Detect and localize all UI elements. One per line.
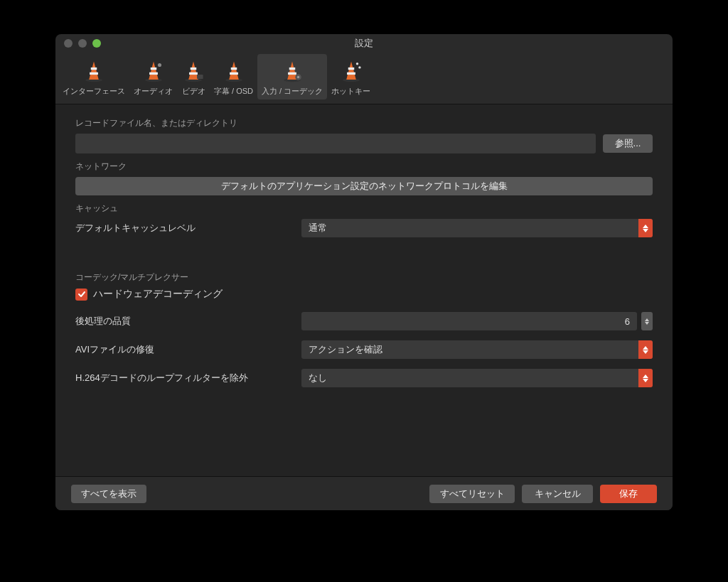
svg-rect-16	[288, 72, 296, 75]
select-arrows-icon	[638, 219, 653, 237]
footer: すべてを表示 すべてリセット キャンセル 保存	[55, 476, 673, 510]
tab-label: 字幕 / OSD	[214, 86, 253, 97]
select-value: アクションを確認	[309, 343, 382, 356]
tab-interface[interactable]: インターフェース	[58, 54, 129, 99]
section-network: ネットワーク	[75, 161, 653, 173]
show-all-button[interactable]: すべてを表示	[71, 485, 146, 503]
cone-icon	[339, 59, 363, 83]
select-value: なし	[309, 372, 327, 384]
select-value: 通常	[309, 222, 327, 235]
postproc-label: 後処理の品質	[75, 315, 301, 328]
svg-rect-10	[197, 75, 203, 79]
avi-repair-label: AVIファイルの修復	[75, 343, 301, 356]
tab-label: ビデオ	[182, 86, 205, 97]
svg-point-22	[355, 63, 358, 65]
svg-point-18	[297, 76, 299, 78]
preferences-toolbar: インターフェース オーディオ ビデオ 字幕 / OSD 入力 / コーデック ホ…	[55, 53, 673, 104]
svg-point-6	[157, 63, 161, 67]
tab-input-codecs[interactable]: 入力 / コーデック	[257, 54, 327, 99]
svg-rect-13	[230, 72, 238, 75]
browse-button[interactable]: 参照...	[603, 134, 653, 153]
cone-icon	[280, 59, 304, 83]
titlebar: 設定	[55, 34, 673, 53]
cone-icon	[222, 59, 246, 83]
svg-rect-5	[149, 72, 158, 75]
cone-icon	[181, 59, 205, 83]
svg-rect-20	[348, 68, 354, 70]
select-arrows-icon	[638, 369, 653, 387]
preferences-window: 設定 インターフェース オーディオ ビデオ 字幕 / OSD 入力 / コーデッ…	[55, 34, 673, 510]
svg-rect-8	[191, 68, 197, 70]
cone-icon	[141, 59, 166, 83]
svg-rect-9	[189, 72, 198, 75]
section-codec: コーデック/マルチプレクサー	[75, 271, 653, 284]
hardware-decoding-label: ハードウェアデコーディング	[93, 288, 223, 301]
cache-level-select[interactable]: 通常	[301, 219, 653, 237]
postproc-stepper[interactable]	[641, 312, 653, 330]
h264-loop-filter-label: H.264デコードのループフィルターを除外	[75, 372, 301, 384]
svg-rect-1	[91, 68, 97, 70]
section-cache: キャッシュ	[75, 203, 653, 215]
svg-rect-21	[347, 72, 355, 75]
edit-network-protocols-button[interactable]: デフォルトのアプリケーション設定のネットワークプロトコルを編集	[75, 177, 653, 195]
svg-rect-12	[230, 68, 237, 70]
close-window-button[interactable]	[64, 39, 73, 48]
maximize-window-button[interactable]	[92, 39, 101, 48]
minimize-window-button[interactable]	[78, 39, 87, 48]
record-path-input[interactable]	[75, 134, 596, 153]
h264-loop-filter-select[interactable]: なし	[301, 369, 653, 387]
postproc-quality-input[interactable]	[301, 312, 637, 330]
select-arrows-icon	[638, 340, 653, 359]
cancel-button[interactable]: キャンセル	[522, 485, 593, 503]
window-controls	[55, 39, 101, 48]
tab-hotkeys[interactable]: ホットキー	[327, 54, 375, 99]
tab-label: 入力 / コーデック	[262, 86, 323, 97]
svg-point-23	[358, 66, 360, 68]
cache-level-label: デフォルトキャッシュレベル	[75, 222, 301, 235]
svg-rect-15	[289, 68, 296, 70]
tab-label: オーディオ	[134, 86, 173, 97]
section-record: レコードファイル名、またはディレクトリ	[75, 117, 653, 129]
avi-repair-select[interactable]: アクションを確認	[301, 340, 653, 359]
svg-rect-2	[90, 72, 98, 75]
tab-video[interactable]: ビデオ	[177, 54, 210, 99]
check-icon	[77, 290, 86, 298]
hardware-decoding-checkbox[interactable]	[75, 289, 87, 301]
tab-label: ホットキー	[331, 86, 370, 97]
window-title: 設定	[55, 37, 673, 50]
reset-all-button[interactable]: すべてリセット	[429, 485, 515, 503]
save-button[interactable]: 保存	[600, 485, 657, 503]
tab-label: インターフェース	[63, 86, 125, 97]
content-area: レコードファイル名、またはディレクトリ 参照... ネットワーク デフォルトのア…	[55, 104, 673, 476]
cone-icon	[82, 59, 106, 83]
tab-audio[interactable]: オーディオ	[129, 54, 177, 99]
svg-rect-4	[150, 68, 156, 70]
tab-subtitles[interactable]: 字幕 / OSD	[210, 54, 257, 99]
